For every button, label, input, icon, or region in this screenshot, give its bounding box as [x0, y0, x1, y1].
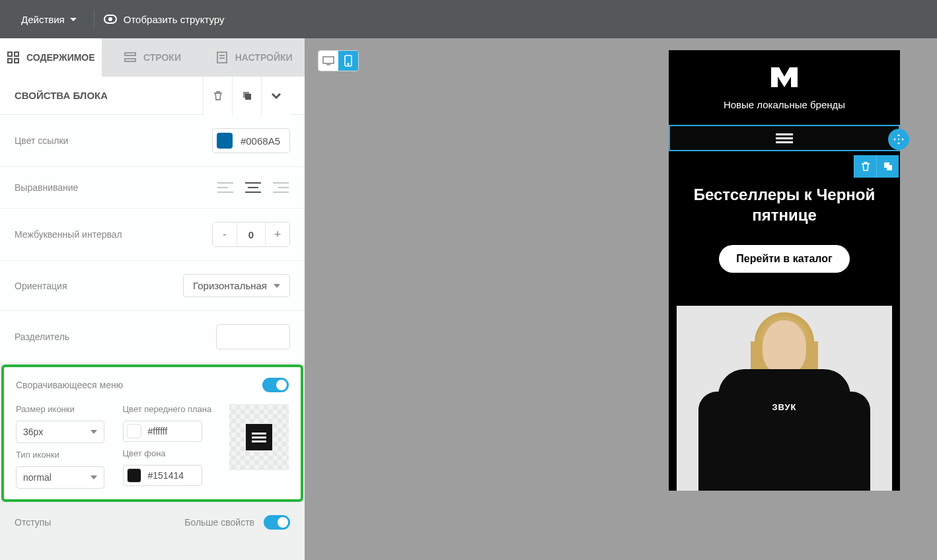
- align-left-button[interactable]: [216, 180, 235, 195]
- chevron-down-icon: [70, 18, 77, 21]
- chevron-down-icon: [91, 430, 97, 434]
- top-toolbar: Действия Отобразить структуру: [0, 0, 937, 38]
- fg-color-swatch: [127, 424, 141, 438]
- stepper-value: 0: [237, 223, 266, 246]
- bg-color-label: Цвет фона: [123, 448, 221, 458]
- svg-rect-5: [125, 59, 135, 61]
- svg-rect-25: [887, 165, 892, 170]
- icon-size-select[interactable]: 36px: [16, 421, 104, 443]
- icon-type-label: Тип иконки: [16, 450, 114, 460]
- sidebar-tabs: СОДЕРЖИМОЕ СТРОКИ НАСТРОЙКИ: [0, 38, 305, 77]
- duplicate-element-button[interactable]: [876, 155, 899, 178]
- row-letter-spacing: Межбуквенный интервал - 0 +: [0, 209, 305, 261]
- product-image: ЗВУК: [677, 306, 892, 491]
- row-align: Выравнивание: [0, 167, 305, 209]
- divider-label: Разделитель: [15, 332, 69, 342]
- delete-block-button[interactable]: [203, 77, 232, 115]
- row-divider: Разделитель: [0, 311, 305, 363]
- svg-rect-0: [8, 52, 12, 56]
- row-orientation: Ориентация Горизонтальная: [0, 261, 305, 311]
- stepper-plus[interactable]: +: [266, 223, 289, 246]
- selected-menu-bar[interactable]: [669, 125, 900, 151]
- align-center-button[interactable]: [244, 180, 262, 195]
- hamburger-preview: [229, 404, 289, 470]
- bg-color-swatch: [127, 468, 141, 483]
- actions-dropdown[interactable]: Действия: [13, 9, 85, 30]
- svg-rect-1: [15, 52, 19, 56]
- fg-color-label: Цвет переднего плана: [123, 404, 221, 414]
- svg-rect-20: [323, 57, 334, 63]
- properties-sidebar: СОДЕРЖИМОЕ СТРОКИ НАСТРОЙКИ СВОЙСТВА БЛО…: [0, 38, 305, 560]
- tab-rows[interactable]: СТРОКИ: [102, 38, 204, 77]
- mobile-view-button[interactable]: [338, 51, 358, 71]
- svg-rect-4: [125, 53, 135, 55]
- hamburger-icon: [246, 424, 272, 450]
- icon-type-value: normal: [23, 472, 52, 483]
- rows-icon: [124, 51, 137, 64]
- tab-settings[interactable]: НАСТРОЙКИ: [203, 38, 305, 77]
- tab-content-label: СОДЕРЖИМОЕ: [26, 52, 95, 63]
- shirt-text: ЗВУК: [772, 402, 796, 412]
- bg-color-value: #151414: [148, 470, 184, 481]
- fg-color-input[interactable]: #ffffff: [123, 421, 202, 442]
- mobile-preview: Новые локальные бренды Бестселлеры к Ч: [669, 50, 900, 491]
- tagline: Новые локальные бренды: [669, 99, 900, 110]
- icon-type-select[interactable]: normal: [16, 466, 104, 489]
- bg-color-input[interactable]: #151414: [123, 465, 202, 486]
- padding-more-toggle[interactable]: [264, 515, 290, 530]
- desktop-view-button[interactable]: [319, 51, 338, 71]
- svg-rect-3: [15, 59, 19, 63]
- letter-spacing-stepper: - 0 +: [212, 222, 290, 247]
- row-padding: Отступы Больше свойств: [0, 503, 305, 542]
- collapse-block-button[interactable]: [261, 77, 290, 115]
- show-structure-label: Отобразить структуру: [124, 14, 225, 25]
- hamburger-section: Сворачивающееся меню Размер иконки 36px …: [1, 365, 303, 502]
- brand-logo-icon: [669, 67, 900, 87]
- icon-size-value: 36px: [23, 427, 43, 437]
- link-color-value: #0068A5: [241, 135, 280, 147]
- orientation-select[interactable]: Горизонтальная: [183, 274, 290, 297]
- show-structure-button[interactable]: Отобразить структуру: [104, 14, 225, 25]
- chevron-down-icon: [91, 475, 97, 479]
- more-props-label: Больше свойств: [184, 517, 254, 528]
- hero-title: Бестселлеры к Черной пятнице: [681, 184, 888, 225]
- tab-rows-label: СТРОКИ: [143, 52, 181, 63]
- svg-rect-10: [245, 94, 251, 100]
- padding-label: Отступы: [15, 517, 51, 528]
- doc-icon: [215, 51, 229, 64]
- eye-icon: [104, 15, 117, 24]
- fg-color-value: #ffffff: [148, 426, 168, 437]
- duplicate-block-button[interactable]: [232, 77, 261, 115]
- link-color-input[interactable]: #0068A5: [212, 128, 290, 153]
- move-handle[interactable]: [888, 129, 909, 150]
- link-color-swatch: [217, 133, 233, 149]
- catalog-cta-button[interactable]: Перейти в каталог: [719, 245, 849, 273]
- chevron-down-icon: [274, 284, 280, 288]
- row-link-color: Цвет ссылки #0068A5: [0, 115, 305, 167]
- svg-rect-2: [8, 59, 12, 63]
- hamburger-toggle[interactable]: [262, 378, 289, 392]
- actions-label: Действия: [21, 14, 65, 25]
- tab-content[interactable]: СОДЕРЖИМОЕ: [0, 38, 102, 77]
- icon-size-label: Размер иконки: [16, 404, 114, 414]
- align-label: Выравнивание: [15, 182, 78, 193]
- divider: [94, 10, 94, 28]
- divider-input[interactable]: [216, 324, 290, 349]
- device-switch: [318, 50, 359, 71]
- block-header-title: СВОЙСТВА БЛОКА: [15, 90, 108, 101]
- svg-point-23: [348, 63, 349, 65]
- grid-icon: [7, 51, 20, 64]
- link-color-label: Цвет ссылки: [15, 135, 68, 146]
- hamburger-label: Сворачивающееся меню: [16, 380, 123, 390]
- delete-element-button[interactable]: [854, 155, 876, 178]
- canvas: Новые локальные бренды Бестселлеры к Ч: [305, 38, 937, 560]
- hamburger-icon: [776, 133, 793, 143]
- align-right-button[interactable]: [272, 180, 290, 195]
- orientation-value: Горизонтальная: [193, 280, 267, 291]
- stepper-minus[interactable]: -: [213, 223, 237, 246]
- block-header: СВОЙСТВА БЛОКА: [0, 77, 305, 115]
- tab-settings-label: НАСТРОЙКИ: [235, 52, 293, 63]
- letter-spacing-label: Межбуквенный интервал: [15, 229, 122, 240]
- orientation-label: Ориентация: [15, 281, 67, 291]
